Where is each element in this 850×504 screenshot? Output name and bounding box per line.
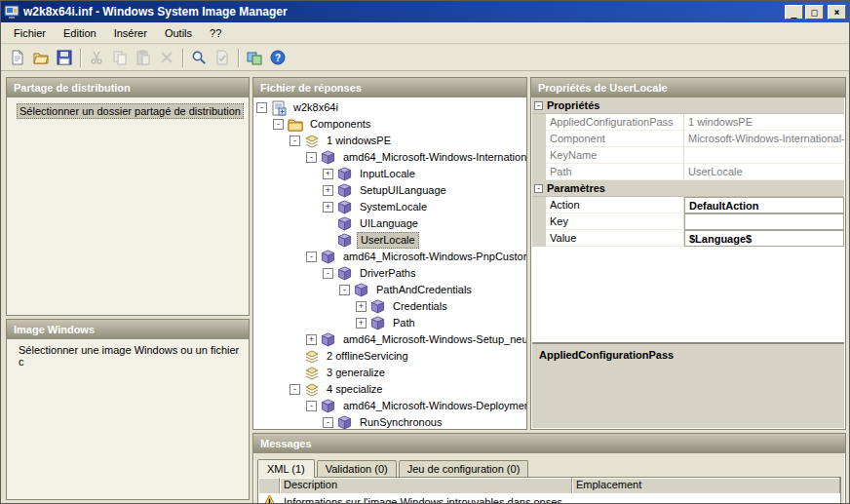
collapse-icon[interactable]: - [323,417,333,428]
new-answer-file-button[interactable] [6,47,29,68]
property-category[interactable]: -Paramètres [532,180,844,197]
expand-icon[interactable]: + [323,169,333,179]
collapse-icon[interactable]: - [339,285,350,295]
property-row[interactable]: AppliedConfigurationPass1 windowsPE [532,114,844,131]
property-row[interactable]: KeyName [532,147,844,164]
property-value[interactable]: $Language$ [684,230,844,247]
property-row[interactable]: Key [532,213,844,230]
tree-node[interactable]: UILanguage [253,215,526,232]
component-icon [337,167,353,182]
menu-edition[interactable]: Edition [55,24,105,42]
copy-button [108,47,132,68]
grid-gutter [532,197,546,213]
collapse-icon[interactable]: - [534,101,543,110]
minimize-button[interactable]: _ [785,5,803,19]
expand-icon[interactable]: + [323,202,333,213]
open-folder-icon [33,50,49,65]
tab-validation[interactable]: Validation (0) [317,460,397,477]
svg-text:?: ? [275,53,281,63]
tree-node-label: Path [390,316,418,330]
collapse-icon[interactable]: - [323,268,333,279]
tree-node-label: PathAndCredentials [373,283,475,297]
property-label: Path [546,164,684,180]
message-description: Informations sur l'image Windows introuv… [280,496,572,504]
messages-tabs: XML (1)Validation (0)Jeu de configuratio… [254,453,844,477]
property-row[interactable]: ComponentMicrosoft-Windows-International… [532,131,844,147]
warning-icon [258,494,280,504]
pass-icon [304,134,320,149]
property-row[interactable]: ActionDefaultAction [532,197,844,213]
collapse-icon[interactable]: - [534,184,543,193]
messages-panel: Messages XML (1)Validation (0)Jeu de con… [252,433,846,504]
tree-node[interactable]: +SystemLocale [253,199,526,215]
property-value[interactable]: DefaultAction [684,197,844,213]
collapse-icon[interactable]: - [273,119,284,130]
tree-node[interactable]: -PathAndCredentials [253,282,526,298]
titlebar[interactable]: w2k8x64i.inf - Windows System Image Mana… [1,1,849,22]
tree-node[interactable]: 2 offlineServicing [253,348,526,365]
menu-inserer[interactable]: Insérer [105,24,156,42]
column-header-location[interactable]: Emplacement [572,478,840,493]
tree-node[interactable]: UserLocale [253,232,526,249]
menu-fichier[interactable]: Fichier [5,24,55,42]
expand-icon[interactable]: + [356,318,367,329]
message-row[interactable]: Informations sur l'image Windows introuv… [258,493,840,504]
tree-node[interactable]: -Components [253,116,526,133]
collapse-icon[interactable]: - [306,401,317,411]
distribution-share-body: Sélectionner un dossier partagé de distr… [7,97,249,315]
help-button[interactable]: ? [266,47,290,68]
expand-icon[interactable]: + [323,185,333,196]
tree-node[interactable]: -DriverPaths [253,265,526,282]
collapse-icon[interactable]: - [256,102,267,113]
tree-node-label: UILanguage [357,216,421,231]
help-icon: ? [270,50,286,65]
windows-image-title: Image Windows [7,320,249,339]
expand-icon[interactable]: + [356,301,367,312]
property-row[interactable]: PathUserLocale [532,164,844,180]
tree-node[interactable]: +Credentials [253,298,526,315]
find-icon [191,50,207,65]
property-category[interactable]: -Propriétés [532,97,844,114]
category-label: Propriétés [547,99,599,111]
create-configuration-set-button[interactable] [243,47,266,68]
open-answer-file-button[interactable] [29,47,53,68]
messages-title: Messages [253,434,845,453]
tree-node-label: 2 offlineServicing [324,349,411,364]
expand-icon[interactable]: + [306,334,317,345]
tree-node[interactable]: +amd64_Microsoft-Windows-Setup_neu [253,331,526,348]
menu-outils[interactable]: Outils [156,24,201,42]
tree-node[interactable]: +InputLocale [253,166,526,182]
tree-node[interactable]: -amd64_Microsoft-Windows-PnpCustor [253,249,526,265]
tree-node[interactable]: +SetupUILanguage [253,182,526,199]
maximize-button[interactable]: □ [805,5,824,19]
distribution-share-placeholder[interactable]: Sélectionner un dossier partagé de distr… [17,103,244,119]
tree-node[interactable]: -1 windowsPE [253,133,526,149]
windows-image-placeholder[interactable]: Sélectionner une image Windows ou un fic… [17,343,249,368]
grid-gutter [532,147,546,164]
config-icon [247,50,262,65]
column-header-icon[interactable] [258,478,280,493]
collapse-icon[interactable]: - [290,136,300,146]
tree-node[interactable]: -amd64_Microsoft-Windows-Internationa [253,149,526,166]
collapse-icon[interactable]: - [306,152,317,163]
collapse-icon[interactable]: - [306,252,317,262]
tree-node[interactable]: -w2k8x64i [253,99,526,116]
property-row[interactable]: Value$Language$ [532,230,844,247]
save-answer-file-button[interactable] [53,47,76,68]
collapse-icon[interactable]: - [290,384,300,395]
tree-node-label: amd64_Microsoft-Windows-PnpCustor [340,250,526,264]
tab-config-set[interactable]: Jeu de configuration (0) [399,460,529,477]
tree-node[interactable]: -4 specialize [253,381,526,398]
close-button[interactable]: × [828,5,846,19]
tree-node[interactable]: -amd64_Microsoft-Windows-Deploymer [253,398,526,414]
property-value[interactable] [684,213,844,230]
column-header-description[interactable]: Description [280,478,572,493]
find-button[interactable] [187,47,211,68]
tree-node[interactable]: 3 generalize [253,365,526,381]
tree-node[interactable]: -RunSynchronous [253,414,526,429]
menu-bar: FichierEditionInsérerOutils?? [1,22,849,44]
menu-aide[interactable]: ?? [201,24,230,42]
answer-file-tree: -w2k8x64i-Components-1 windowsPE-amd64_M… [253,97,526,429]
tree-node[interactable]: +Path [253,315,526,331]
tab-xml[interactable]: XML (1) [257,459,315,478]
